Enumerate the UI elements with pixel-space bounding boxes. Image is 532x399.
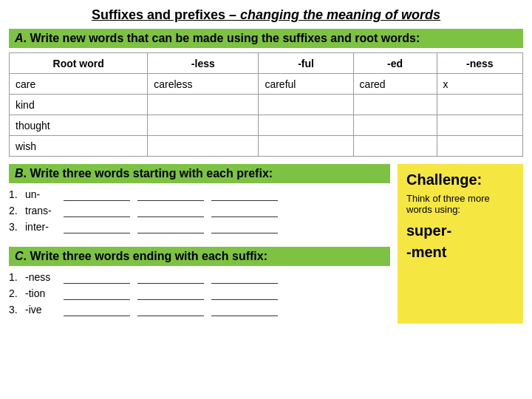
table-cell [259,136,353,157]
table-cell: wish [10,136,148,157]
table-cell [437,115,522,136]
challenge-desc: Think of three more words using: [406,193,514,215]
prefix-list: 1. un- 2. trans- 3. inter- [9,188,390,233]
section-c-header: C. Write three words ending with each su… [9,247,390,266]
list-num: 3. [9,221,22,233]
list-num: 2. [9,287,22,299]
table-cell: care [10,74,148,95]
col-root-word: Root word [10,53,148,74]
prefix-label: trans- [25,205,61,216]
prefix-label: un- [25,188,61,200]
list-item: 2. trans- [9,204,390,217]
table-cell [148,115,259,136]
table-cell: cared [353,74,437,95]
table-cell [148,95,259,115]
challenge-word2: -ment [406,244,514,261]
answer-field-1[interactable] [64,270,130,284]
answer-field-3[interactable] [211,188,278,201]
table-row: thought [10,115,523,136]
table-cell [353,115,437,136]
answer-field-2[interactable] [137,303,204,316]
table-row: wish [10,136,523,157]
table-header-row: Root word -less -ful -ed -ness [10,53,523,74]
table-cell [259,95,353,115]
list-item: 2. -tion [9,287,390,300]
answer-field-3[interactable] [211,220,278,233]
table-cell [148,136,259,157]
table-cell: kind [10,95,148,115]
list-item: 3. inter- [9,220,390,233]
col-ness: -ness [437,53,522,74]
section-a-header: A. Write new words that can be made usin… [9,29,523,48]
answer-field-3[interactable] [211,287,278,300]
answer-field-1[interactable] [64,303,130,316]
answer-field-2[interactable] [137,287,204,300]
challenge-box: Challenge: Think of three more words usi… [398,164,523,324]
suffixes-table: Root word -less -ful -ed -ness carecarel… [9,52,523,157]
table-cell [353,136,437,157]
table-cell [437,95,522,115]
suffix-label: -ive [25,304,61,316]
answer-field-1[interactable] [64,188,130,201]
suffix-list: 1. -ness 2. -tion 3. -ive [9,270,390,316]
list-num: 1. [9,188,22,200]
suffix-label: -tion [25,287,61,299]
answer-field-2[interactable] [137,188,204,201]
table-cell [353,95,437,115]
answer-field-2[interactable] [137,220,204,233]
list-item: 1. -ness [9,270,390,284]
table-row: carecarelesscarefulcaredx [10,74,523,95]
page-title: Suffixes and prefixes – changing the mea… [9,7,523,23]
list-item: 3. -ive [9,303,390,316]
table-cell: careful [259,74,353,95]
answer-field-1[interactable] [64,220,130,233]
table-cell: thought [10,115,148,136]
answer-field-2[interactable] [137,270,204,284]
suffix-label: -ness [25,271,61,283]
list-num: 2. [9,205,22,216]
answer-field-1[interactable] [64,287,130,300]
list-num: 1. [9,271,22,283]
list-num: 3. [9,304,22,316]
table-cell: x [437,74,522,95]
table-cell [259,115,353,136]
answer-field-3[interactable] [211,270,278,284]
answer-field-3[interactable] [211,204,278,217]
col-less: -less [148,53,259,74]
table-cell: careless [148,74,259,95]
table-row: kind [10,95,523,115]
col-ed: -ed [353,53,437,74]
table-cell [437,136,522,157]
section-b-header: B. Write three words starting with each … [9,164,390,183]
challenge-word1: super- [406,222,514,239]
answer-field-1[interactable] [64,204,130,217]
prefix-label: inter- [25,221,61,233]
list-item: 1. un- [9,188,390,201]
challenge-title: Challenge: [406,171,514,188]
col-ful: -ful [259,53,353,74]
answer-field-2[interactable] [137,204,204,217]
answer-field-3[interactable] [211,303,278,316]
